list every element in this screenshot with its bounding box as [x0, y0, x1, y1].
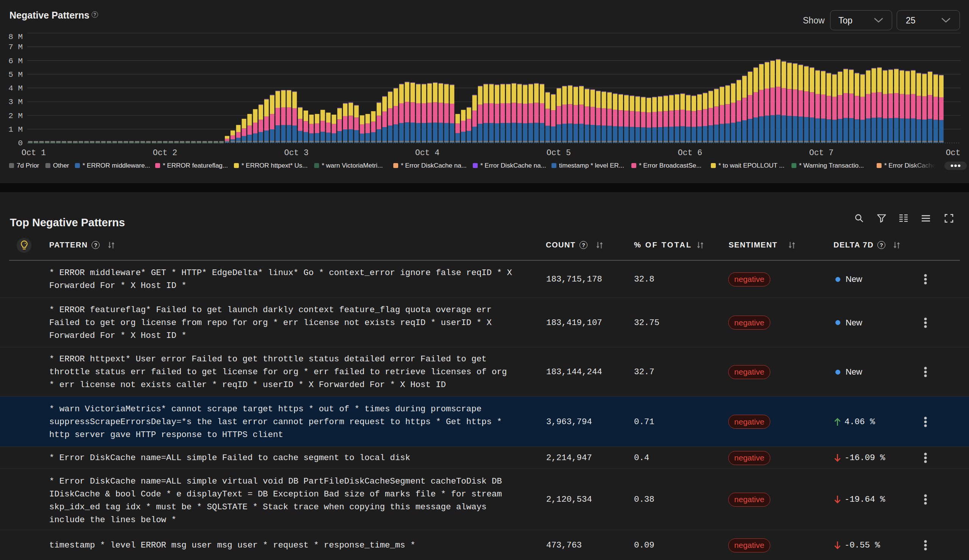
svg-text:Oct: Oct [946, 148, 961, 156]
